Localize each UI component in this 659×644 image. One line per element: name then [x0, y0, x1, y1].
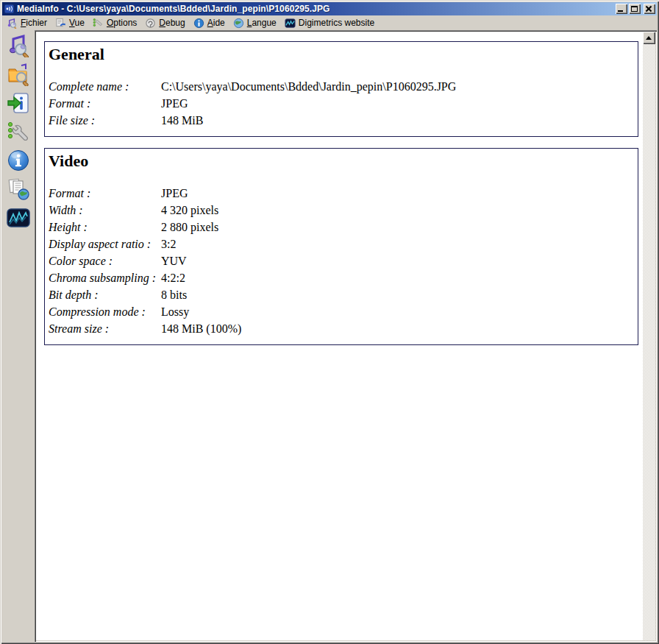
section-video: VideoFormat :JPEGWidth :4 320 pixelsHeig… [44, 148, 638, 345]
menu-item-label: Options [107, 18, 137, 28]
menu-item-aide[interactable]: Aide [190, 17, 230, 29]
window-title: MediaInfo - C:\Users\yaya\Documents\Bdde… [17, 4, 330, 14]
open-folder-icon [7, 63, 30, 86]
info-circle-icon [7, 149, 30, 172]
open-file-icon [7, 34, 30, 57]
help-menu-icon [193, 18, 204, 29]
info-value: 148 MiB (100%) [161, 320, 241, 337]
documents-globe-icon [7, 177, 30, 201]
info-row-format: Format :JPEG [49, 95, 633, 112]
info-value: 2 880 pixels [161, 219, 218, 236]
digimetrics-button[interactable] [5, 205, 32, 230]
menu-item-fichier[interactable]: Fichier [4, 17, 52, 29]
info-value: JPEG [161, 185, 188, 202]
info-row-color-space: Color space :YUV [49, 252, 633, 269]
report-web-button[interactable] [5, 177, 32, 202]
open-file-menu-icon [7, 18, 18, 29]
options-menu-icon [93, 18, 104, 29]
menu-bar: FichierVueOptionsDebugAideLangueDigimetr… [2, 15, 657, 30]
info-row-format: Format :JPEG [49, 185, 633, 202]
info-label: Display aspect ratio : [49, 236, 161, 252]
info-row-file-size: File size :148 MiB [49, 112, 633, 129]
left-toolbar [2, 30, 35, 642]
view-menu-icon [55, 18, 66, 29]
menu-item-options[interactable]: Options [90, 17, 142, 29]
menu-item-vue[interactable]: Vue [52, 17, 90, 29]
info-row-chroma-subsampling: Chroma subsampling :4:2:2 [49, 269, 633, 286]
info-value: C:\Users\yaya\Documents\Bdded\Jardin_pep… [161, 78, 456, 95]
info-value: 3:2 [161, 236, 176, 252]
debug-menu-icon [145, 18, 156, 29]
scroll-up-button[interactable] [643, 32, 655, 44]
info-row-width: Width :4 320 pixels [49, 202, 633, 219]
close-button[interactable] [644, 4, 655, 14]
info-value: 4 320 pixels [161, 202, 218, 219]
digimetrics-menu-icon [285, 18, 296, 29]
section-title: General [49, 45, 633, 64]
open-folder-button[interactable] [5, 62, 32, 87]
info-label: Format : [49, 185, 161, 202]
menu-item-label: Debug [159, 18, 185, 28]
mediainfo-icon [4, 4, 15, 14]
info-value: 8 bits [161, 286, 187, 303]
info-label: Chroma subsampling : [49, 269, 161, 286]
info-value: Lossy [161, 303, 189, 320]
info-value: JPEG [161, 95, 188, 112]
section-title: Video [49, 152, 633, 171]
menu-item-label: Fichier [21, 18, 47, 28]
section-general: GeneralComplete name :C:\Users\yaya\Docu… [44, 41, 638, 137]
info-value: 148 MiB [161, 112, 203, 129]
info-row-compression-mode: Compression mode :Lossy [49, 303, 633, 320]
info-label: Stream size : [49, 320, 161, 337]
vertical-scrollbar[interactable] [643, 32, 655, 640]
wrench-icon [7, 120, 30, 144]
menu-item-label: Aide [207, 18, 225, 28]
info-label: Complete name : [49, 78, 161, 95]
info-row-height: Height :2 880 pixels [49, 219, 633, 236]
info-label: Width : [49, 202, 161, 219]
menu-item-digimetrics-website[interactable]: Digimetrics website [282, 17, 380, 29]
info-row-stream-size: Stream size :148 MiB (100%) [49, 320, 633, 337]
options-button[interactable] [5, 119, 32, 144]
waveform-icon [7, 206, 30, 230]
export-info-icon [7, 91, 30, 115]
minimize-icon [618, 10, 623, 12]
info-label: Compression mode : [49, 303, 161, 320]
info-row-display-aspect-ratio: Display aspect ratio :3:2 [49, 236, 633, 252]
maximize-button[interactable] [629, 4, 641, 14]
minimize-button[interactable] [616, 4, 627, 14]
scroll-track[interactable] [643, 44, 655, 640]
main-area: GeneralComplete name :C:\Users\yaya\Docu… [2, 30, 657, 642]
info-label: Height : [49, 219, 161, 236]
info-label: File size : [49, 112, 161, 129]
window-controls [616, 4, 655, 14]
language-menu-icon [233, 18, 244, 29]
media-info-view: GeneralComplete name :C:\Users\yaya\Docu… [36, 32, 643, 640]
info-label: Color space : [49, 252, 161, 269]
info-row-bit-depth: Bit depth :8 bits [49, 286, 633, 303]
title-bar: MediaInfo - C:\Users\yaya\Documents\Bdde… [2, 2, 657, 15]
maximize-icon [631, 6, 638, 12]
menu-item-label: Langue [247, 18, 277, 28]
mediainfo-window: MediaInfo - C:\Users\yaya\Documents\Bdde… [0, 0, 659, 644]
export-info-button[interactable] [5, 91, 32, 116]
info-row-complete-name: Complete name :C:\Users\yaya\Documents\B… [49, 78, 633, 95]
open-file-button[interactable] [5, 33, 32, 58]
info-label: Format : [49, 95, 161, 112]
menu-item-label: Digimetrics website [299, 18, 374, 28]
info-label: Bit depth : [49, 286, 161, 303]
info-value: 4:2:2 [161, 269, 185, 286]
menu-item-label: Vue [69, 18, 85, 28]
content-frame: GeneralComplete name :C:\Users\yaya\Docu… [35, 30, 657, 642]
menu-item-debug[interactable]: Debug [142, 17, 190, 29]
menu-item-langue[interactable]: Langue [230, 17, 282, 29]
about-button[interactable] [5, 148, 32, 173]
info-value: YUV [161, 252, 187, 269]
